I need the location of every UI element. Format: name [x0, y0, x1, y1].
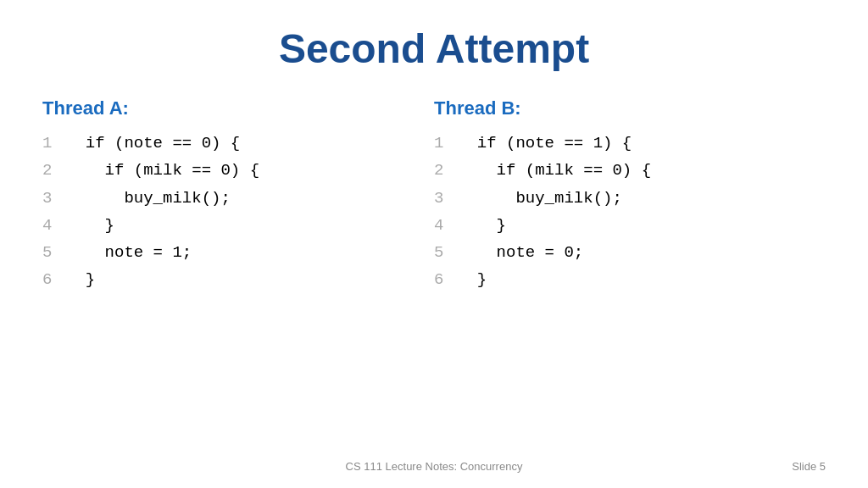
code-text-b-3: buy_milk();: [458, 185, 622, 212]
code-text-b-1: if (note == 1) {: [458, 130, 632, 157]
thread-b-code: 1 if (note == 1) { 2 if (milk == 0) { 3 …: [434, 130, 809, 294]
code-line-b-5: 5 note = 0;: [434, 239, 809, 266]
code-text-a-4: }: [66, 212, 114, 239]
thread-b-column: Thread B: 1 if (note == 1) { 2 if (milk …: [434, 97, 826, 454]
code-line-b-3: 3 buy_milk();: [434, 185, 809, 212]
footer: Slide 5: [0, 460, 868, 473]
code-line-b-4: 4 }: [434, 212, 809, 239]
thread-b-label: Thread B:: [434, 97, 809, 119]
thread-a-column: Thread A: 1 if (note == 0) { 2 if (milk …: [42, 97, 434, 454]
code-line-a-3: 3 buy_milk();: [42, 185, 417, 212]
thread-a-code: 1 if (note == 0) { 2 if (milk == 0) { 3 …: [42, 130, 417, 294]
line-num-b-4: 4: [434, 212, 458, 239]
code-text-b-2: if (milk == 0) {: [458, 157, 651, 184]
line-num-a-5: 5: [42, 239, 66, 266]
line-num-b-5: 5: [434, 239, 458, 266]
code-text-b-4: }: [458, 212, 506, 239]
line-num-a-4: 4: [42, 212, 66, 239]
code-line-a-2: 2 if (milk == 0) {: [42, 157, 417, 184]
code-text-b-6: }: [458, 266, 487, 293]
line-num-b-6: 6: [434, 266, 458, 293]
code-text-b-5: note = 0;: [458, 239, 583, 266]
code-text-a-3: buy_milk();: [66, 185, 231, 212]
slide: Second Attempt Thread A: 1 if (note == 0…: [0, 0, 868, 488]
code-line-a-5: 5 note = 1;: [42, 239, 417, 266]
line-num-a-1: 1: [42, 130, 66, 157]
line-num-a-6: 6: [42, 266, 66, 293]
code-line-b-1: 1 if (note == 1) {: [434, 130, 809, 157]
line-num-b-1: 1: [434, 130, 458, 157]
code-text-a-6: }: [66, 266, 95, 293]
code-line-a-4: 4 }: [42, 212, 417, 239]
footer-right: Slide 5: [792, 460, 826, 473]
code-text-a-2: if (milk == 0) {: [66, 157, 259, 184]
code-text-a-5: note = 1;: [66, 239, 192, 266]
line-num-b-2: 2: [434, 157, 458, 184]
code-line-b-2: 2 if (milk == 0) {: [434, 157, 809, 184]
slide-title: Second Attempt: [42, 25, 826, 72]
line-num-a-3: 3: [42, 185, 66, 212]
line-num-b-3: 3: [434, 185, 458, 212]
code-line-b-6: 6 }: [434, 266, 809, 293]
code-text-a-1: if (note == 0) {: [66, 130, 240, 157]
code-line-a-1: 1 if (note == 0) {: [42, 130, 417, 157]
line-num-a-2: 2: [42, 157, 66, 184]
code-line-a-6: 6 }: [42, 266, 417, 293]
thread-a-label: Thread A:: [42, 97, 417, 119]
content-columns: Thread A: 1 if (note == 0) { 2 if (milk …: [42, 97, 826, 454]
